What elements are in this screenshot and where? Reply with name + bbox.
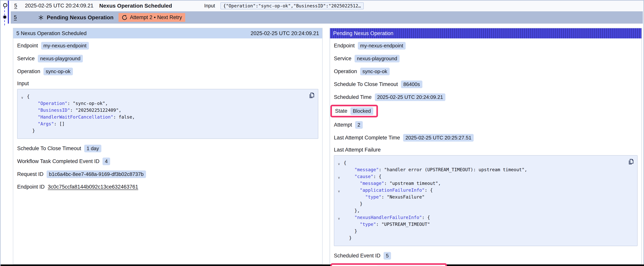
field-label: Operation xyxy=(17,69,40,75)
field-row-endpoint-id: Endpoint ID3c0c75ccfa8144b092c13ce632463… xyxy=(17,183,318,190)
field-label: Request ID xyxy=(17,171,44,177)
json-key: "nexusHandlerFailureInfo" xyxy=(354,215,422,220)
json-key: "type" xyxy=(365,194,382,199)
field-row-schedule-to-close-timeout: Schedule To Close Timeout1 day xyxy=(17,145,318,152)
annotation-highlight-state: StateBlocked xyxy=(330,105,378,117)
collapse-chevron-icon[interactable]: ∨ xyxy=(338,160,340,167)
json-key: "Operation" xyxy=(38,101,67,106)
code-line: } xyxy=(27,127,314,134)
selected-group-indicator xyxy=(8,1,9,24)
field-label: Scheduled Time xyxy=(334,94,372,100)
field-row-attempt: Attempt2 xyxy=(334,121,638,129)
field-row-workflow-task-completed-event-id: Workflow Task Completed Event ID4 xyxy=(17,158,318,165)
code-line: "Operation": "sync-op-ok", xyxy=(27,100,314,107)
code-line: }, xyxy=(344,207,633,214)
json-key: "BusinessID" xyxy=(38,108,70,113)
code-line: ∨{ xyxy=(344,159,633,166)
annotation-highlight-blocked-reason: Blocked ReasonThe circuit breaker is ope… xyxy=(330,263,447,266)
collapse-chevron-icon[interactable]: ∨ xyxy=(338,174,340,181)
json-key: "cause" xyxy=(354,174,373,179)
failure-json-block: ∨{ "message": "handler error (UPSTREAM_T… xyxy=(334,155,638,246)
code-line: "HandlerWaitForCancellation": false, xyxy=(27,114,314,121)
event-history-view: 5 2025-02-25 UTC 20:24:09.21 Nexus Opera… xyxy=(0,0,644,266)
code-line: } xyxy=(344,200,633,207)
event-id-link[interactable]: 5 xyxy=(14,3,17,9)
field-row-operation: Operationsync-op-ok xyxy=(17,68,318,75)
scheduled-panel-title: 5 Nexus Operation Scheduled xyxy=(16,31,86,37)
json-key: "type" xyxy=(360,222,376,227)
code-line: "message": "upstream timeout", xyxy=(344,180,633,187)
field-label: Endpoint xyxy=(334,43,355,49)
field-label: Endpoint xyxy=(17,43,38,49)
field-label: Last Attempt Complete Time xyxy=(334,135,400,141)
field-label: Service xyxy=(17,56,35,62)
collapse-chevron-icon[interactable]: ∨ xyxy=(338,188,340,195)
field-label: Attempt xyxy=(334,122,352,128)
field-label: Workflow Task Completed Event ID xyxy=(17,158,100,164)
scheduled-panel-header: 5 Nexus Operation Scheduled 2025-02-25 U… xyxy=(13,28,322,39)
field-row-endpoint: Endpointmy-nexus-endpoint xyxy=(17,42,318,50)
event-input-label: Input xyxy=(204,3,215,9)
field-value-endpoint: my-nexus-endpoint xyxy=(358,42,406,50)
field-value-service: nexus-playground xyxy=(38,55,83,62)
pending-panel-header: Pending Nexus Operation xyxy=(330,28,642,39)
field-value-endpoint-id[interactable]: 3c0c75ccfa8144b092c13ce632463761 xyxy=(48,184,138,190)
event-row-pending[interactable]: 5 Pending Nexus Operation Attempt 2 • Ne… xyxy=(11,11,643,24)
field-label: Service xyxy=(334,56,352,62)
section-label-input: Input xyxy=(17,81,318,87)
code-line: "type": "NexusFailure" xyxy=(344,194,633,200)
field-label: Schedule To Close Timeout xyxy=(334,81,398,87)
field-label: Operation xyxy=(334,69,357,75)
timeline-rail xyxy=(0,1,11,266)
scheduled-event-detail-panel: 5 Nexus Operation Scheduled 2025-02-25 U… xyxy=(13,28,322,264)
field-row-schedule-to-close-timeout: Schedule To Close Timeout86400s xyxy=(334,81,638,88)
field-row-operation: Operationsync-op-ok xyxy=(334,68,638,75)
field-row-service: Servicenexus-playground xyxy=(17,55,318,62)
retry-badge-label: Attempt 2 • Next Retry xyxy=(130,15,182,21)
code-line: } xyxy=(344,228,633,235)
field-label: Schedule To Close Timeout xyxy=(17,145,81,152)
field-row-scheduled-event-id: Scheduled Event ID5 xyxy=(334,252,638,259)
pending-panel-title: Pending Nexus Operation xyxy=(333,31,393,37)
json-key: "applicationFailureInfo" xyxy=(360,188,424,193)
field-value-schedule-to-close-timeout: 86400s xyxy=(401,81,422,88)
code-line: "BusinessID": "20250225122409", xyxy=(27,107,314,114)
pending-asterisk-icon xyxy=(38,15,44,20)
field-value-schedule-to-close-timeout: 1 day xyxy=(84,145,101,152)
field-row-endpoint: Endpointmy-nexus-endpoint xyxy=(334,42,638,50)
field-label: Endpoint ID xyxy=(17,184,45,190)
code-line: "message": "handler error (UPSTREAM_TIME… xyxy=(344,166,633,173)
code-line: ∨ "cause": { xyxy=(344,173,633,180)
event-id-link[interactable]: 5 xyxy=(14,15,17,21)
scheduled-panel-body: Endpointmy-nexus-endpointServicenexus-pl… xyxy=(13,39,322,199)
code-line: ∨ "applicationFailureInfo": { xyxy=(344,187,633,194)
field-value-request-id: b1c6a4bc-8ee7-468a-9169-df3b02c8737b xyxy=(46,170,146,178)
field-value-state: Blocked xyxy=(350,107,373,115)
field-row-request-id: Request IDb1c6a4bc-8ee7-468a-9169-df3b02… xyxy=(17,170,318,178)
field-label: Scheduled Event ID xyxy=(334,253,380,259)
field-row-state: StateBlocked xyxy=(334,106,638,116)
field-row-scheduled-time: Scheduled Time2025-02-25 UTC 20:24:09.21 xyxy=(334,93,638,101)
event-row-scheduled[interactable]: 5 2025-02-25 UTC 20:24:09.21 Nexus Opera… xyxy=(11,1,643,11)
event-title: Nexus Operation Scheduled xyxy=(99,3,172,9)
scheduled-panel-time: 2025-02-25 UTC 20:24:09.21 xyxy=(251,31,319,37)
retry-attempt-badge: Attempt 2 • Next Retry xyxy=(118,13,185,22)
field-value-attempt: 2 xyxy=(355,121,362,129)
code-line: ∨{ xyxy=(27,93,314,100)
field-value-scheduled-event-id: 5 xyxy=(384,252,391,259)
field-value-workflow-task-completed-event-id: 4 xyxy=(102,158,110,165)
json-key: "Args" xyxy=(38,121,54,126)
event-time: 2025-02-25 UTC 20:24:09.21 xyxy=(25,3,93,9)
collapse-chevron-icon[interactable]: ∨ xyxy=(338,215,340,222)
event-input-preview[interactable]: {"Operation":"sync-op-ok","BusinessID":"… xyxy=(220,2,364,9)
pending-panel-body: Endpointmy-nexus-endpointServicenexus-pl… xyxy=(330,39,642,266)
json-key: "HandlerWaitForCancellation" xyxy=(38,114,113,120)
retry-icon xyxy=(122,15,128,21)
code-line: "type": "UPSTREAM_TIMEOUT" xyxy=(344,221,633,228)
field-value-scheduled-time: 2025-02-25 UTC 20:24:09.21 xyxy=(375,93,446,101)
collapse-chevron-icon[interactable]: ∨ xyxy=(21,94,24,101)
field-value-service: nexus-playground xyxy=(354,55,400,62)
code-line: } xyxy=(344,235,633,241)
window-bottom-edge xyxy=(0,264,644,266)
field-value-endpoint: my-nexus-endpoint xyxy=(41,42,89,50)
